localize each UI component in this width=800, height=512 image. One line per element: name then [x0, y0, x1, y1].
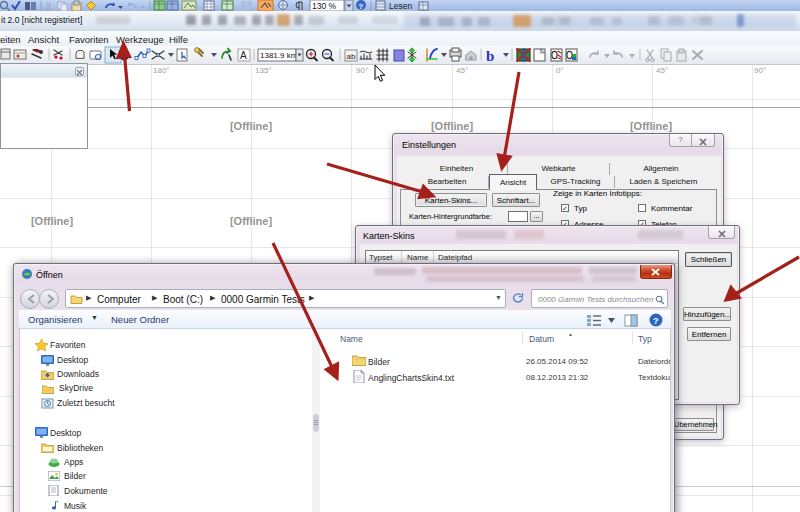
svg-text:b: b: [486, 48, 494, 64]
svg-text:?: ?: [358, 2, 363, 11]
svg-text:1381.9 km: 1381.9 km: [260, 51, 298, 60]
svg-text:130 %: 130 %: [312, 1, 337, 11]
svg-text:ab: ab: [347, 52, 356, 61]
svg-text:Lesen: Lesen: [389, 1, 412, 11]
svg-text:?: ?: [653, 316, 659, 326]
svg-text:A: A: [240, 50, 247, 61]
